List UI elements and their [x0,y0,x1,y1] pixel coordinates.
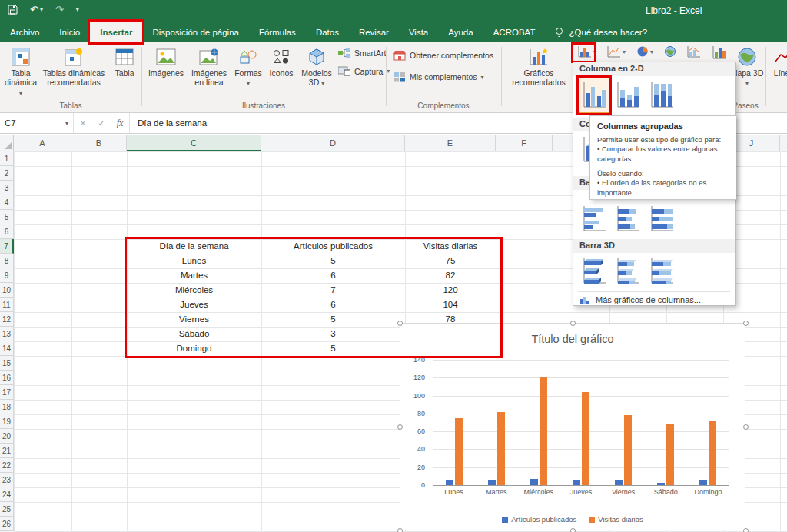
row-header-3[interactable]: 3 [0,181,14,195]
row-header-24[interactable]: 24 [0,487,14,502]
row-header-5[interactable]: 5 [0,210,14,224]
cell-D7[interactable]: Artículos publicados [261,239,405,254]
embedded-chart[interactable]: Título del gráfico 020406080100120140 Lu… [400,323,745,530]
insert-line-chart-button[interactable]: ▾ [606,44,627,60]
column-header-B[interactable]: B [71,135,127,151]
cell-E10[interactable]: 120 [405,283,496,298]
chart-selection-handle[interactable] [397,528,403,532]
cell-D12[interactable]: 5 [261,312,405,327]
tab-disposicion[interactable]: Disposición de página [142,22,249,42]
column-header-F[interactable]: F [496,135,553,151]
save-button[interactable] [8,5,18,15]
gallery-100-stacked-bar-3d[interactable] [647,254,676,288]
recommended-pivot-tables-button[interactable]: Tablas dinámicas recomendadas [38,45,109,88]
gallery-100-stacked-bar[interactable] [647,202,676,236]
tab-ayuda[interactable]: Ayuda [438,22,483,42]
recommended-charts-button[interactable]: Gráficos recomendados [505,45,573,88]
cell-D14[interactable]: 5 [261,341,405,356]
chart-selection-handle[interactable] [743,424,749,430]
row-header-19[interactable]: 19 [0,414,14,429]
sparkline-line-button[interactable]: Línea [769,45,787,78]
row-header-7[interactable]: 7 [0,239,14,254]
cell-E9[interactable]: 82 [405,268,496,283]
tab-revisar[interactable]: Revisar [349,22,399,42]
row-header-10[interactable]: 10 [0,283,14,298]
smartart-button[interactable]: SmartArt [338,48,386,58]
tab-datos[interactable]: Datos [306,22,349,42]
row-header-12[interactable]: 12 [0,312,14,327]
row-header-9[interactable]: 9 [0,268,14,283]
row-header-6[interactable]: 6 [0,224,14,239]
chart-selection-handle[interactable] [397,321,403,326]
tab-formulas[interactable]: Fórmulas [249,22,306,42]
row-header-26[interactable]: 26 [0,517,14,531]
row-header-4[interactable]: 4 [0,195,14,210]
row-header-23[interactable]: 23 [0,473,14,487]
cell-C12[interactable]: Viernes [127,312,261,327]
tab-inicio[interactable]: Inicio [49,22,90,42]
tab-insertar[interactable]: Insertar [90,22,142,42]
cell-C11[interactable]: Jueves [127,298,261,312]
row-header-14[interactable]: 14 [0,341,14,356]
column-header-K[interactable]: K [780,135,787,151]
icons-button[interactable]: Iconos [266,45,297,78]
images-button[interactable]: Imágenes [146,45,186,78]
enter-button[interactable]: ✓ [92,118,111,128]
insert-column-chart-button[interactable]: ▾ [576,44,598,60]
screenshot-button[interactable]: Captura ▾ [338,66,390,76]
redo-button[interactable]: ↷ [55,4,64,15]
gallery-clustered-bar-3d[interactable] [579,254,609,288]
my-addins-button[interactable]: Mis complementos ▾ [394,71,484,82]
cell-D10[interactable]: 7 [261,283,405,298]
insert-function-button[interactable]: fx [111,118,129,129]
tell-me-box[interactable]: ¿Qué desea hacer? [545,22,656,42]
table-button[interactable]: Tabla [109,45,140,78]
row-header-15[interactable]: 15 [0,356,14,371]
row-header-13[interactable]: 13 [0,327,14,341]
cell-C8[interactable]: Lunes [127,254,261,268]
gallery-stacked-bar[interactable] [613,202,643,236]
online-images-button[interactable]: Imágenes en línea [188,45,231,88]
row-header-16[interactable]: 16 [0,371,14,385]
chart-selection-handle[interactable] [397,424,403,430]
cell-C9[interactable]: Martes [127,268,261,283]
cell-D11[interactable]: 6 [261,298,405,312]
gallery-stacked-column[interactable] [613,78,643,112]
row-header-20[interactable]: 20 [0,429,14,444]
row-header-21[interactable]: 21 [0,444,14,458]
shapes-button[interactable]: Formas ▾ [232,45,264,88]
cell-C10[interactable]: Miércoles [127,283,261,298]
row-header-2[interactable]: 2 [0,166,14,181]
column-header-E[interactable]: E [405,135,496,151]
row-header-17[interactable]: 17 [0,385,14,400]
chart-title[interactable]: Título del gráfico [400,333,745,345]
cell-D8[interactable]: 5 [261,254,405,268]
gallery-100-stacked-column[interactable] [647,78,676,112]
tab-vista[interactable]: Vista [399,22,438,42]
chart-selection-handle[interactable] [743,528,749,532]
models-3d-button[interactable]: Modelos 3D ▾ [298,45,335,88]
pivot-table-button[interactable]: Tabla dinámica ▾ [3,45,38,97]
customize-quick-access-button[interactable]: ▾ [76,6,79,13]
cell-E11[interactable]: 104 [405,298,496,312]
cell-C14[interactable]: Domingo [127,341,261,356]
cell-D13[interactable]: 3 [261,327,405,341]
chart-selection-handle[interactable] [743,321,749,326]
row-header-11[interactable]: 11 [0,298,14,312]
column-header-A[interactable]: A [14,135,71,151]
tab-archivo[interactable]: Archivo [0,22,49,42]
insert-combo-chart-button[interactable] [686,44,702,60]
cell-E8[interactable]: 75 [405,254,496,268]
undo-button[interactable]: ↶▾ [30,4,43,15]
select-all-corner[interactable] [0,135,14,151]
chart-selection-handle[interactable] [570,321,576,326]
more-column-charts-item[interactable]: Más gráficos de columnas... [573,292,735,308]
gallery-stacked-bar-3d[interactable] [613,254,643,288]
insert-pie-chart-button[interactable]: ▾ [635,44,655,59]
cell-C7[interactable]: Día de la semana [127,239,261,254]
row-header-18[interactable]: 18 [0,400,14,414]
tab-acrobat[interactable]: ACROBAT [483,22,546,42]
row-header-8[interactable]: 8 [0,254,14,268]
column-header-C[interactable]: C [127,135,261,151]
cell-E7[interactable]: Visitas diarias [405,239,496,254]
